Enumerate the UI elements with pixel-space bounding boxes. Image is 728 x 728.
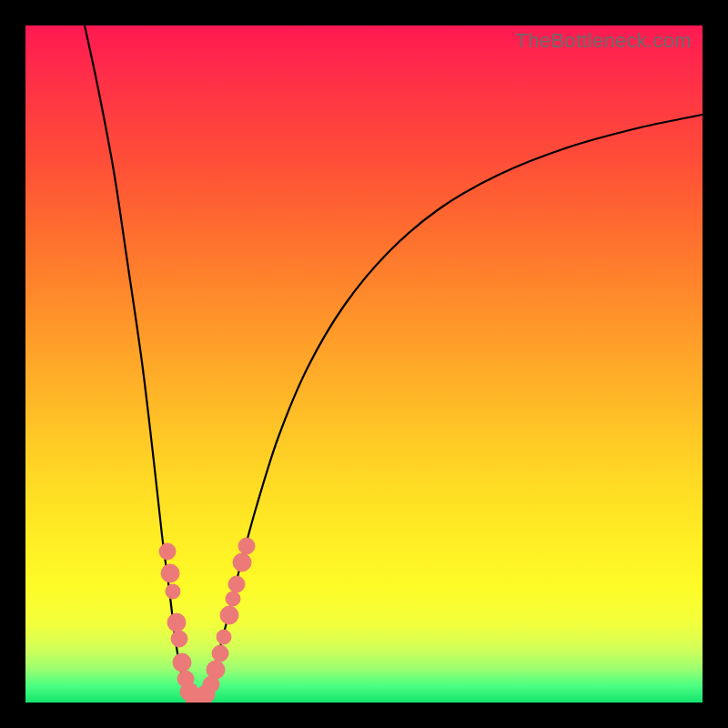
data-marker [159,543,176,560]
data-marker [226,592,240,606]
data-marker [217,630,231,644]
data-marker [173,653,191,672]
data-marker [167,613,186,632]
curves-svg [25,25,703,703]
data-marker [220,606,238,624]
data-marker [171,631,187,647]
data-marker [238,538,255,554]
data-marker [166,584,180,599]
data-marker [207,661,225,679]
right-branch-curve [197,115,703,703]
plot-area: TheBottleneck.com [25,25,703,703]
data-marker [233,553,251,571]
data-marker [212,645,228,662]
markers-group [159,538,255,703]
data-marker [161,564,179,582]
data-marker [228,576,245,592]
chart-frame: TheBottleneck.com [0,0,728,728]
left-branch-curve [85,25,197,703]
